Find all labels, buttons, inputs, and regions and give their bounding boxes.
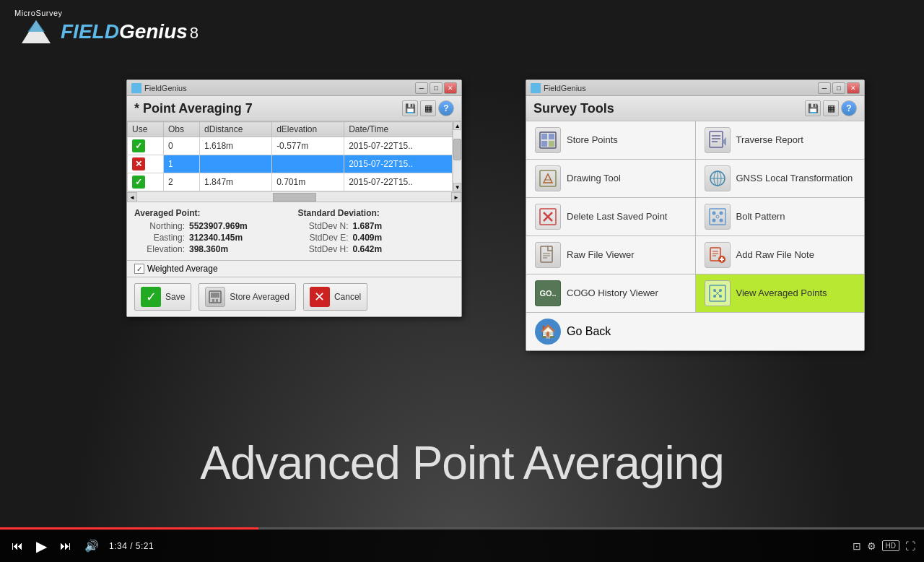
pa-maximize-btn[interactable]: □ <box>430 82 443 94</box>
scroll-left-arrow[interactable]: ◄ <box>127 192 137 202</box>
cell-use-2: ✓ <box>128 173 164 191</box>
col-delevation: dElevation <box>272 122 344 137</box>
captions-button[interactable]: ⊡ <box>853 540 861 552</box>
settings-button[interactable]: ⚙ <box>867 540 876 552</box>
cell-delev-1 <box>272 155 344 173</box>
video-controls[interactable]: ⏮ ▶ ⏭ 🔊 1:34 / 5:21 ⊡ ⚙ HD ⛶ <box>0 529 924 562</box>
bolt-pattern-button[interactable]: Bolt Pattern <box>696 198 865 235</box>
go-back-button[interactable]: 🏠 Go Back <box>526 312 864 350</box>
pa-minimize-btn[interactable]: ─ <box>415 82 428 94</box>
raw-file-viewer-button[interactable]: Raw File Viewer <box>526 236 695 274</box>
cell-date-1: 2015-07-22T15.. <box>344 155 453 173</box>
table-row[interactable]: ✕ 1 2015-07-22T15.. <box>128 155 453 173</box>
raw-file-viewer-icon <box>535 242 561 268</box>
pa-close-btn[interactable]: ✕ <box>444 82 457 94</box>
drawing-tool-icon <box>535 165 561 191</box>
cell-ddist-1 <box>200 155 272 173</box>
pa-help-icon[interactable]: ? <box>438 100 454 116</box>
st-disk-icon[interactable]: 💾 <box>805 100 821 116</box>
horiz-scroll-thumb[interactable] <box>273 193 316 202</box>
st-maximize-btn[interactable]: □ <box>832 82 845 94</box>
gnss-local-label: GNSS Local Transformation <box>736 173 853 185</box>
delete-last-button[interactable]: Delete Last Saved Point <box>526 198 695 235</box>
northing-label: Northing: <box>134 221 185 231</box>
stdev-n-label: StdDev N: <box>298 221 349 231</box>
st-title: Survey Tools <box>533 101 614 116</box>
vc-right-icons[interactable]: ⊡ ⚙ HD ⛶ <box>853 540 915 552</box>
st-minimize-btn[interactable]: ─ <box>818 82 831 94</box>
cell-obs-1: 1 <box>164 155 200 173</box>
svg-marker-17 <box>544 174 552 183</box>
logo-mountain-icon <box>14 17 58 46</box>
weighted-avg-row: ✓ Weighted Average <box>127 261 461 277</box>
cell-date-0: 2015-07-22T15.. <box>344 137 453 155</box>
scroll-thumb[interactable] <box>453 139 461 160</box>
pa-titlebar: FieldGenius ─ □ ✕ <box>127 80 461 96</box>
view-avg-pts-icon <box>705 280 731 306</box>
pa-stats: Averaged Point: Northing: 5523907.969m E… <box>127 202 461 261</box>
store-averaged-button[interactable]: Store Averaged <box>199 283 296 311</box>
stdev-n-row: StdDev N: 1.687m <box>298 221 455 231</box>
volume-button[interactable]: 🔊 <box>82 537 102 554</box>
view-avg-pts-label: View Averaged Points <box>736 288 827 300</box>
col-use: Use <box>128 122 164 137</box>
col-obs: Obs <box>164 122 200 137</box>
cancel-button[interactable]: ✕ Cancel <box>303 283 367 311</box>
stdev-h-value: 0.642m <box>353 244 383 254</box>
traverse-report-button[interactable]: Traverse Report <box>696 121 865 159</box>
st-window-controls[interactable]: ─ □ ✕ <box>818 82 860 94</box>
pa-disk-icon[interactable]: 💾 <box>402 100 418 116</box>
easting-label: Easting: <box>134 233 185 243</box>
pa-title: * Point Averaging 7 <box>134 101 253 116</box>
svg-rect-7 <box>541 134 547 139</box>
table-row[interactable]: ✓ 2 1.847m 0.701m 2015-07-22T15.. <box>128 173 453 191</box>
play-button[interactable]: ▶ <box>33 536 50 556</box>
view-averaged-points-button[interactable]: View Averaged Points <box>696 274 865 312</box>
table-scrollbar[interactable]: ▲ ▼ <box>453 121 461 191</box>
cell-use-1: ✕ <box>128 155 164 173</box>
gnss-local-button[interactable]: GNSS Local Transformation <box>696 160 865 197</box>
pa-window-icon <box>131 83 141 93</box>
weighted-avg-checkbox[interactable]: ✓ <box>134 264 144 274</box>
table-row[interactable]: ✓ 0 1.618m -0.577m 2015-07-22T15.. <box>128 137 453 155</box>
pa-table-container: Use Obs dDistance dElevation Date/Time ✓… <box>127 121 461 202</box>
pa-window-title: FieldGenius <box>131 83 187 93</box>
scroll-up-arrow[interactable]: ▲ <box>453 121 461 130</box>
cell-delev-0: -0.577m <box>272 137 344 155</box>
scroll-right-arrow[interactable]: ► <box>451 192 461 202</box>
store-averaged-label: Store Averaged <box>230 292 289 302</box>
store-points-button[interactable]: Store Points <box>526 121 695 159</box>
fullscreen-button[interactable]: ⛶ <box>905 540 915 552</box>
cogo-history-button[interactable]: GO.. COGO History Viewer <box>526 274 695 312</box>
pa-stats-right: Standard Deviation: StdDev N: 1.687m Std… <box>298 208 455 254</box>
check-red-icon: ✕ <box>132 157 145 170</box>
drawing-tool-button[interactable]: Drawing Tool <box>526 160 695 197</box>
svg-rect-10 <box>549 141 554 147</box>
st-header-icons[interactable]: 💾 ▦ ? <box>805 100 857 116</box>
st-titlebar: FieldGenius ─ □ ✕ <box>526 80 864 96</box>
big-title: Advanced Point Averaging <box>0 436 924 490</box>
easting-row: Easting: 312340.145m <box>134 233 291 243</box>
save-check-icon: ✓ <box>141 287 161 307</box>
st-help-icon[interactable]: ? <box>841 100 857 116</box>
pa-grid-icon[interactable]: ▦ <box>420 100 436 116</box>
store-averaged-icon <box>205 287 225 307</box>
skip-forward-button[interactable]: ⏭ <box>57 538 74 554</box>
scroll-down-arrow[interactable]: ▼ <box>453 183 461 191</box>
svg-point-31 <box>716 215 719 218</box>
hd-badge: HD <box>882 540 899 551</box>
delete-last-icon <box>535 204 561 230</box>
pa-window-controls[interactable]: ─ □ ✕ <box>415 82 457 94</box>
save-button[interactable]: ✓ Save <box>134 283 191 311</box>
northing-row: Northing: 5523907.969m <box>134 221 291 231</box>
pa-table: Use Obs dDistance dElevation Date/Time ✓… <box>127 121 453 191</box>
st-header: Survey Tools 💾 ▦ ? <box>526 96 864 121</box>
svg-point-27 <box>712 212 715 215</box>
skip-back-button[interactable]: ⏮ <box>9 538 26 554</box>
st-grid-icon[interactable]: ▦ <box>823 100 839 116</box>
add-raw-note-button[interactable]: Add Raw File Note <box>696 236 865 274</box>
point-averaging-window: FieldGenius ─ □ ✕ * Point Averaging 7 💾 … <box>126 79 462 317</box>
st-close-btn[interactable]: ✕ <box>847 82 860 94</box>
pa-header-icons[interactable]: 💾 ▦ ? <box>402 100 454 116</box>
go-back-label: Go Back <box>567 325 611 338</box>
